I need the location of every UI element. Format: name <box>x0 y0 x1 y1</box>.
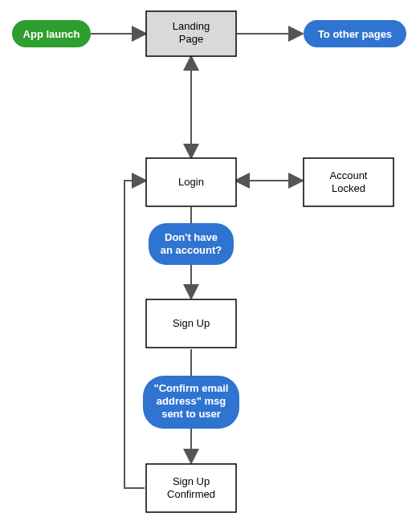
label-app-launch: App launch <box>23 28 80 40</box>
node-app-launch: App launch <box>12 20 91 47</box>
node-sign-up-confirmed: Sign Up Confirmed <box>146 464 236 512</box>
node-sign-up: Sign Up <box>146 299 236 348</box>
label-noaccount-l2: an account? <box>161 244 222 256</box>
label-signup: Sign Up <box>173 317 210 329</box>
label-confirm-l2: address" msg <box>157 395 226 407</box>
node-account-locked: Account Locked <box>304 158 393 206</box>
label-signup-confirmed-l1: Sign Up <box>173 475 210 487</box>
label-signup-confirmed-l2: Confirmed <box>167 488 215 500</box>
node-login: Login <box>146 158 236 206</box>
label-landing-l1: Landing <box>173 20 210 32</box>
node-landing-page: Landing Page <box>146 11 236 56</box>
label-to-other-pages: To other pages <box>318 28 392 40</box>
node-confirm-email: "Confirm email address" msg sent to user <box>143 376 239 429</box>
label-confirm-l3: sent to user <box>161 408 221 420</box>
node-to-other-pages: To other pages <box>304 20 406 47</box>
label-confirm-l1: "Confirm email <box>154 382 229 394</box>
label-login: Login <box>178 176 204 188</box>
label-accountlocked-l2: Locked <box>332 182 365 194</box>
arrow-confirmed-login <box>124 181 145 488</box>
label-noaccount-l1: Don't have <box>165 231 218 243</box>
label-landing-l2: Page <box>179 33 203 45</box>
label-accountlocked-l1: Account <box>330 169 368 181</box>
node-no-account: Don't have an account? <box>149 223 234 265</box>
